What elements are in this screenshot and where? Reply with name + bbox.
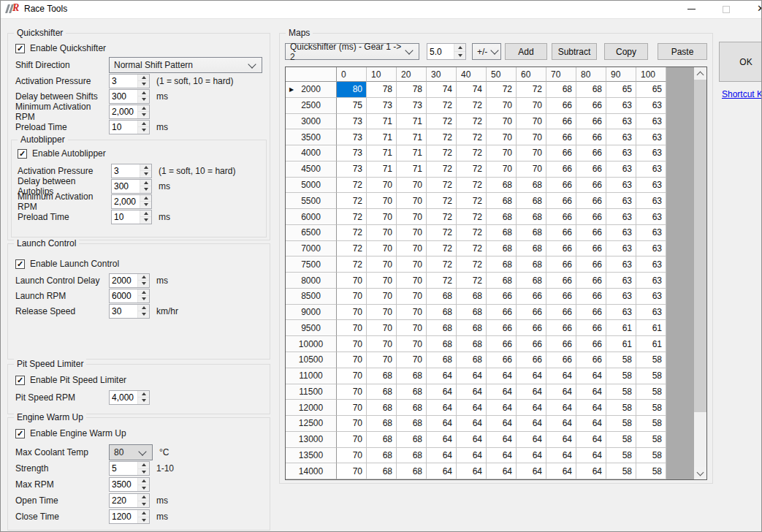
field-input[interactable] [112, 180, 140, 193]
grid-row-header[interactable]: 3500 [286, 129, 337, 145]
field-input[interactable] [110, 494, 137, 507]
grid-column-header[interactable]: 60 [517, 67, 546, 82]
stepper-up-icon[interactable] [137, 305, 149, 311]
grid-cell[interactable]: 70 [397, 336, 427, 352]
grid-cell[interactable]: 72 [457, 225, 487, 241]
checkbox-checked-icon[interactable] [18, 149, 27, 159]
grid-cell[interactable]: 68 [397, 463, 427, 479]
grid-cell[interactable]: 70 [367, 320, 397, 336]
grid-cell[interactable]: 70 [337, 305, 367, 321]
grid-cell[interactable]: 68 [487, 241, 517, 257]
grid-row-header[interactable]: 6500 [286, 225, 337, 241]
grid-cell[interactable]: 58 [606, 416, 636, 432]
grid-cell[interactable]: 66 [487, 320, 517, 336]
grid-cell[interactable]: 63 [636, 129, 666, 145]
grid-cell[interactable]: 64 [427, 384, 457, 400]
grid-cell[interactable]: 70 [337, 400, 367, 416]
field-input[interactable] [110, 510, 137, 523]
grid-cell[interactable]: 63 [606, 289, 636, 305]
stepper-down-icon[interactable] [137, 80, 149, 88]
grid-cell[interactable]: 66 [546, 225, 576, 241]
field-stepper[interactable] [109, 289, 150, 303]
grid-corner-header[interactable] [286, 67, 337, 82]
grid-cell[interactable]: 64 [517, 368, 546, 384]
field-dropdown[interactable]: 80 [109, 444, 153, 460]
field-stepper[interactable] [111, 164, 152, 178]
grid-cell[interactable]: 64 [457, 416, 487, 432]
grid-cell[interactable]: 66 [517, 289, 546, 305]
grid-row-header[interactable]: 13500 [286, 448, 337, 464]
stepper-down-icon[interactable] [140, 216, 151, 224]
grid-cell[interactable]: 70 [337, 448, 367, 464]
grid-row-header[interactable]: 7500 [286, 256, 337, 273]
grid-cell[interactable]: 68 [397, 384, 427, 400]
field-stepper[interactable] [109, 461, 150, 476]
grid-cell[interactable]: 66 [517, 352, 546, 368]
stepper-buttons[interactable] [454, 44, 465, 59]
grid-cell[interactable]: 70 [487, 98, 517, 114]
grid-cell[interactable]: 66 [546, 178, 576, 194]
stepper-buttons[interactable] [137, 462, 149, 475]
grid-cell[interactable]: 72 [457, 145, 487, 162]
grid-row-header[interactable]: 9000 [286, 305, 337, 321]
grid-cell[interactable]: 68 [427, 289, 457, 305]
grid-cell[interactable]: 70 [337, 416, 367, 432]
grid-cell[interactable]: 63 [636, 225, 666, 241]
grid-cell[interactable]: 63 [606, 178, 636, 194]
grid-cell[interactable]: 68 [457, 352, 487, 368]
grid-cell[interactable]: 70 [487, 114, 517, 130]
grid-cell[interactable]: 68 [457, 289, 487, 305]
enable-quickshifter-checkbox[interactable]: Enable Quickshifter [15, 43, 106, 53]
grid-cell[interactable]: 64 [487, 416, 517, 432]
grid-cell[interactable]: 64 [427, 416, 457, 432]
grid-cell[interactable]: 74 [457, 82, 487, 98]
grid-cell[interactable]: 64 [457, 368, 487, 384]
grid-cell[interactable]: 68 [487, 225, 517, 241]
grid-cell[interactable]: 66 [546, 305, 576, 321]
ok-button[interactable]: OK [719, 42, 762, 82]
stepper-buttons[interactable] [140, 180, 151, 193]
grid-row-header[interactable]: 12000 [286, 400, 337, 416]
grid-cell[interactable]: 72 [457, 98, 487, 114]
grid-cell[interactable]: 64 [487, 448, 517, 464]
grid-cell[interactable]: 72 [427, 114, 457, 130]
grid-column-header[interactable]: 90 [606, 67, 636, 82]
grid-cell[interactable]: 72 [457, 114, 487, 130]
field-input[interactable] [110, 121, 137, 134]
grid-cell[interactable]: 75 [337, 98, 367, 114]
stepper-up-icon[interactable] [137, 274, 149, 281]
grid-cell[interactable]: 70 [487, 145, 517, 162]
grid-cell[interactable]: 58 [636, 432, 666, 448]
stepper-down-icon[interactable] [140, 201, 151, 208]
grid-cell[interactable]: 66 [546, 256, 576, 273]
grid-cell[interactable]: 70 [337, 432, 367, 448]
grid-cell[interactable]: 68 [367, 400, 397, 416]
grid-cell[interactable]: 68 [487, 209, 517, 225]
grid-cell[interactable]: 66 [576, 336, 606, 352]
stepper-buttons[interactable] [140, 195, 151, 208]
grid-cell[interactable]: 58 [636, 352, 666, 368]
grid-cell[interactable]: 64 [457, 384, 487, 400]
grid-row-header[interactable]: 7000 [286, 241, 337, 257]
grid-cell[interactable]: 64 [517, 463, 546, 479]
grid-cell[interactable]: 72 [457, 273, 487, 289]
grid-cell[interactable]: 64 [546, 368, 576, 384]
grid-cell[interactable]: 70 [337, 336, 367, 352]
field-input[interactable] [110, 274, 137, 287]
field-input[interactable] [112, 195, 140, 208]
grid-cell[interactable]: 66 [576, 241, 606, 257]
grid-cell[interactable]: 73 [397, 98, 427, 114]
grid-cell[interactable]: 70 [397, 193, 427, 209]
grid-row-header[interactable]: 4000 [286, 145, 337, 162]
grid-cell[interactable]: 70 [367, 225, 397, 241]
stepper-up-icon[interactable] [137, 391, 149, 398]
grid-cell[interactable]: 66 [576, 145, 606, 162]
grid-cell[interactable]: 68 [367, 368, 397, 384]
stepper-buttons[interactable] [137, 510, 149, 523]
enable-engine-warm-up-checkbox[interactable]: Enable Engine Warm Up [15, 428, 126, 438]
grid-cell[interactable]: 66 [576, 256, 606, 273]
stepper-down-icon[interactable] [140, 170, 151, 178]
stepper-buttons[interactable] [137, 121, 149, 134]
grid-cell[interactable]: 58 [636, 384, 666, 400]
grid-cell[interactable]: 61 [606, 336, 636, 352]
